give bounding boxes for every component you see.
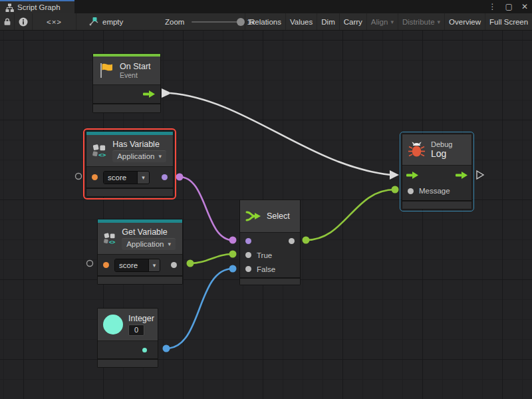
variable-name-field[interactable]: ▾: [114, 259, 160, 272]
maximize-icon[interactable]: ▢: [505, 2, 513, 11]
condition-input-port[interactable]: [245, 238, 251, 244]
node-title: On Start: [120, 62, 151, 71]
node-on-start[interactable]: On Start Event: [92, 53, 161, 113]
selection-label: empty: [102, 18, 123, 26]
overview-button[interactable]: Overview: [444, 13, 485, 30]
node-subtitle: Event: [120, 71, 151, 79]
name-input-port[interactable]: [103, 262, 109, 268]
toolbar-buttons: Relations Values Dim Carry Align▾ Distri…: [245, 13, 532, 30]
angle-brackets-button[interactable]: <×>: [33, 13, 76, 30]
node-title: Integer: [128, 314, 154, 323]
node-get-variable[interactable]: <> Get Variable Application ▾ ▾: [97, 219, 183, 285]
zoom-control: Zoom 1x: [165, 13, 255, 30]
node-title: Get Variable: [122, 227, 176, 237]
window-controls: ⋮ ▢ ✕: [489, 0, 528, 13]
chevron-down-icon: ▾: [153, 262, 156, 269]
script-graph-window: Script Graph ⋮ ▢ ✕ <×>: [0, 0, 532, 399]
variable-picker-button[interactable]: ▾: [137, 172, 149, 184]
node-category: Debug: [431, 140, 452, 148]
tab-title: Script Graph: [17, 3, 61, 11]
dim-button[interactable]: Dim: [317, 13, 338, 30]
node-title: Has Variable: [112, 140, 166, 149]
value-output-port[interactable]: [171, 262, 177, 268]
node-header[interactable]: Debug Log: [402, 134, 471, 165]
flow-input-port[interactable]: [406, 172, 418, 179]
port-label-true: True: [257, 251, 272, 259]
carry-button[interactable]: Carry: [339, 13, 366, 30]
values-button[interactable]: Values: [285, 13, 317, 30]
relations-button[interactable]: Relations: [245, 13, 285, 30]
chevron-down-icon: ▾: [390, 19, 394, 25]
flag-icon: [98, 62, 114, 79]
chevron-down-icon: ▾: [158, 153, 162, 160]
variable-name-field[interactable]: ▾: [103, 171, 150, 184]
node-integer[interactable]: Integer: [97, 308, 158, 368]
tab-script-graph[interactable]: Script Graph: [0, 0, 74, 13]
message-input-port[interactable]: [408, 188, 414, 194]
node-select[interactable]: Select True False: [239, 200, 301, 285]
flow-output-port[interactable]: [143, 90, 155, 98]
distribute-button[interactable]: Distribute▾: [398, 13, 444, 30]
value-output-port[interactable]: [142, 348, 147, 352]
svg-text:<>: <>: [109, 239, 116, 245]
port-label-false: False: [257, 265, 275, 273]
variables-icon: <>: [103, 229, 116, 249]
scope-dropdown[interactable]: Application ▾: [122, 238, 176, 250]
bug-icon: [408, 141, 426, 158]
lock-button[interactable]: [0, 13, 15, 30]
node-has-variable[interactable]: <> Has Variable Application ▾ ▾: [86, 131, 174, 197]
chevron-down-icon: ▾: [168, 241, 171, 247]
false-input-port[interactable]: [245, 266, 251, 272]
selection-output-port[interactable]: [289, 238, 295, 244]
bool-output-port[interactable]: [162, 174, 168, 180]
tab-bar: Script Graph ⋮ ▢ ✕: [0, 0, 532, 13]
name-input-port[interactable]: [92, 174, 98, 180]
node-footer: [402, 201, 471, 209]
node-header[interactable]: Integer: [98, 309, 158, 340]
more-icon[interactable]: ⋮: [489, 2, 497, 11]
node-title: Select: [267, 211, 290, 221]
select-merge-icon: [245, 210, 261, 222]
full-screen-button[interactable]: Full Screen: [485, 13, 532, 30]
node-footer: [86, 189, 173, 196]
close-icon[interactable]: ✕: [521, 2, 528, 11]
node-header[interactable]: On Start Event: [93, 57, 160, 84]
zoom-slider-handle[interactable]: [237, 18, 245, 26]
node-header[interactable]: Select: [240, 200, 300, 232]
port-label-message: Message: [419, 187, 450, 195]
node-title: Log: [431, 148, 452, 159]
flow-output-port[interactable]: [456, 172, 467, 179]
node-debug-log[interactable]: Debug Log Message: [402, 134, 472, 209]
node-header[interactable]: <> Has Variable Application ▾: [86, 135, 173, 166]
variable-name-input[interactable]: [115, 259, 148, 271]
variable-picker-button[interactable]: ▾: [148, 259, 160, 271]
node-header[interactable]: <> Get Variable Application ▾: [98, 223, 182, 254]
angle-brackets-icon: <×>: [47, 18, 62, 26]
integer-value-input[interactable]: [128, 325, 144, 336]
variables-icon: <>: [92, 141, 107, 161]
info-button[interactable]: [15, 13, 33, 30]
node-footer: [93, 104, 160, 112]
align-button[interactable]: Align▾: [366, 13, 398, 30]
scope-dropdown[interactable]: Application ▾: [112, 150, 166, 162]
chevron-down-icon: ▾: [438, 19, 441, 25]
graph-toolbar: <×> empty Zoom 1x Relations Values Dim C…: [0, 13, 532, 31]
chevron-down-icon: ▾: [142, 174, 145, 181]
node-footer: [98, 277, 182, 284]
zoom-label: Zoom: [165, 18, 184, 26]
variable-name-input[interactable]: [104, 172, 137, 184]
lock-icon: [3, 17, 11, 26]
info-icon: [19, 17, 28, 27]
node-footer: [98, 360, 158, 367]
integer-literal-icon: [103, 315, 123, 334]
true-input-port[interactable]: [245, 252, 251, 258]
svg-text:<>: <>: [98, 151, 106, 158]
selection-status: empty: [88, 13, 123, 30]
graph-icon: [5, 3, 14, 12]
selection-cursor-icon: [88, 17, 99, 27]
zoom-slider[interactable]: [192, 21, 243, 23]
node-footer: [240, 279, 300, 285]
